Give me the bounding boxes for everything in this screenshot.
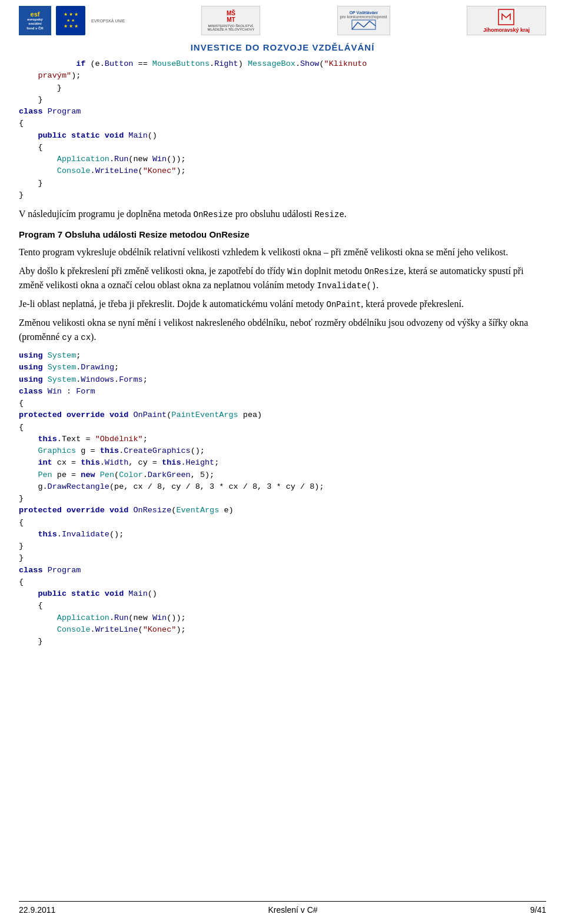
code-line: { bbox=[19, 398, 546, 409]
code-line: } bbox=[19, 178, 546, 189]
code-line: protected override void OnPaint(PaintEve… bbox=[19, 409, 546, 421]
code-line: } bbox=[19, 541, 546, 552]
code-line: using System; bbox=[19, 350, 546, 362]
code-bottom: using System; using System.Drawing; usin… bbox=[19, 350, 546, 648]
code-line: this.Text = "Obdélník"; bbox=[19, 433, 546, 445]
page: esf evropskýsociálnífond v ČR ★ ★ ★ ★ ★ … bbox=[0, 0, 565, 924]
code-line: Graphics g = this.CreateGraphics(); bbox=[19, 445, 546, 457]
footer-page: 9/41 bbox=[530, 905, 546, 915]
header: esf evropskýsociálnífond v ČR ★ ★ ★ ★ ★ … bbox=[19, 0, 546, 39]
code-line: { bbox=[19, 576, 546, 588]
code-line: protected override void OnResize(EventAr… bbox=[19, 505, 546, 516]
footer: 22.9.2011 Kreslení v C# 9/41 bbox=[19, 901, 546, 915]
text-section-1: V následujícím programu je doplněna meto… bbox=[19, 207, 546, 221]
logos-left: esf evropskýsociálnífond v ČR ★ ★ ★ ★ ★ … bbox=[19, 6, 125, 35]
svg-text:★ ★ ★: ★ ★ ★ bbox=[64, 12, 78, 17]
eu-label: EVROPSKÁ UNIE bbox=[91, 19, 125, 23]
code-line: { bbox=[19, 517, 546, 529]
program-title: Program 7 Obsluha události Resize metodo… bbox=[19, 229, 546, 239]
code-line: public static void Main() bbox=[19, 130, 546, 142]
code-line: } bbox=[19, 82, 546, 94]
code-line: this.Invalidate(); bbox=[19, 529, 546, 541]
code-line: class Program bbox=[19, 565, 546, 576]
invest-title: INVESTICE DO ROZVOJE VZDĚLÁVÁNÍ bbox=[19, 42, 546, 52]
svg-text:★     ★: ★ ★ bbox=[67, 18, 75, 23]
footer-title: Kreslení v C# bbox=[268, 905, 318, 915]
code-line: g.DrawRectangle(pe, cx / 8, cy / 8, 3 * … bbox=[19, 481, 546, 493]
code-line: int cx = this.Width, cy = this.Height; bbox=[19, 457, 546, 469]
code-line: { bbox=[19, 118, 546, 129]
svg-text:★ ★ ★: ★ ★ ★ bbox=[64, 24, 78, 29]
msmt-logo: MŠMT MINISTERSTVO ŠKOLSTVÍ,MLÁDEŽE A TĚL… bbox=[201, 6, 260, 35]
code-line: using System.Drawing; bbox=[19, 362, 546, 373]
op-logo: OP Vzdělávání pro konkurenceschopnost bbox=[337, 6, 390, 35]
code-line: Console.WriteLine("Konec"); bbox=[19, 165, 546, 177]
code-line: } bbox=[19, 94, 546, 106]
code-line: Application.Run(new Win()); bbox=[19, 154, 546, 165]
code-line: } bbox=[19, 552, 546, 564]
code-line: pravým"); bbox=[19, 70, 546, 82]
footer-date: 22.9.2011 bbox=[19, 905, 55, 915]
text-section-2: Tento program vykresluje obdélník relati… bbox=[19, 245, 546, 344]
code-line: { bbox=[19, 142, 546, 154]
code-line: if (e.Button == MouseButtons.Right) Mess… bbox=[19, 58, 546, 70]
code-line: class Program bbox=[19, 106, 546, 118]
code-line: Pen pe = new Pen(Color.DarkGreen, 5); bbox=[19, 469, 546, 481]
jmk-logo: Jihomoravský kraj bbox=[467, 6, 546, 35]
code-line: Application.Run(new Win()); bbox=[19, 612, 546, 624]
svg-rect-5 bbox=[498, 9, 514, 25]
code-line: Console.WriteLine("Konec"); bbox=[19, 624, 546, 636]
code-line: } bbox=[19, 189, 546, 201]
code-line: { bbox=[19, 422, 546, 433]
code-line: public static void Main() bbox=[19, 588, 546, 600]
esf-logo: esf evropskýsociálnífond v ČR bbox=[19, 6, 51, 35]
code-line: using System.Windows.Forms; bbox=[19, 374, 546, 386]
code-line: } bbox=[19, 636, 546, 648]
code-line: } bbox=[19, 493, 546, 505]
eu-logo: ★ ★ ★ ★ ★ ★ ★ ★ bbox=[56, 6, 85, 35]
code-line: class Win : Form bbox=[19, 386, 546, 398]
code-line: { bbox=[19, 600, 546, 612]
code-top: if (e.Button == MouseButtons.Right) Mess… bbox=[19, 58, 546, 201]
